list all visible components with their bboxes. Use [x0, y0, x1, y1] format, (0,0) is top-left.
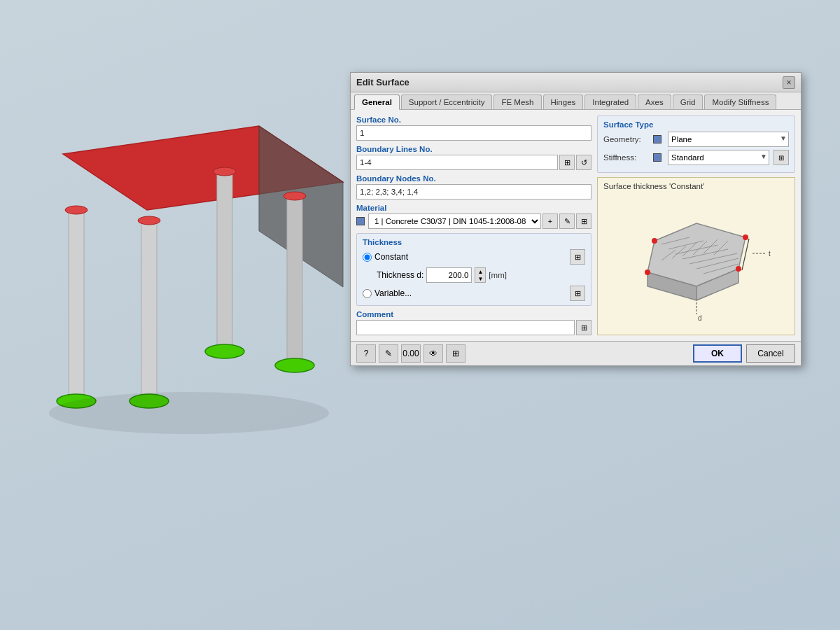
surface-type-section: Surface Type Geometry: Plane ▼ Stiffness…	[597, 115, 795, 173]
svg-point-8	[205, 344, 244, 358]
constant-row: Constant ⊞	[363, 249, 585, 265]
tab-bar: General Support / Eccentricity FE Mesh H…	[351, 92, 801, 110]
svg-rect-5	[287, 196, 302, 364]
boundary-lines-section: Boundary Lines No. ⊞ ↺	[356, 145, 592, 170]
variable-label: Variable...	[374, 288, 412, 298]
svg-text:d: d	[698, 314, 702, 322]
geometry-select[interactable]: Plane	[668, 132, 789, 147]
svg-rect-4	[217, 172, 232, 350]
svg-rect-3	[141, 220, 157, 399]
material-copy-btn[interactable]: ⊞	[576, 214, 592, 229]
comment-row: ⊞	[356, 320, 592, 335]
edit-btn[interactable]: ✎	[379, 344, 398, 363]
svg-text:t: t	[769, 250, 771, 258]
value-btn[interactable]: 0.00	[401, 344, 421, 363]
material-color-swatch	[356, 217, 365, 225]
boundary-nodes-label: Boundary Nodes No.	[356, 174, 592, 183]
tab-axes[interactable]: Axes	[638, 94, 671, 109]
tab-integrated[interactable]: Integrated	[584, 94, 636, 109]
tab-support-eccentricity[interactable]: Support / Eccentricity	[401, 94, 493, 109]
material-new-btn[interactable]: +	[542, 214, 558, 229]
material-select[interactable]: 1 | Concrete C30/37 | DIN 1045-1:2008-08	[368, 214, 541, 229]
stiffness-label: Stiffness:	[603, 153, 649, 162]
close-button[interactable]: ×	[783, 76, 795, 89]
toolbar-buttons: ? ✎ 0.00 👁 ⊞	[356, 344, 465, 363]
thickness-d-input[interactable]	[426, 267, 472, 283]
boundary-lines-label: Boundary Lines No.	[356, 145, 592, 153]
svg-rect-2	[69, 210, 84, 399]
variable-row: Variable... ⊞	[363, 286, 585, 301]
boundary-lines-select-btn[interactable]: ⊞	[559, 155, 575, 170]
thickness-d-row: Thickness d: ▲ ▼ [mm]	[377, 267, 585, 283]
boundary-lines-clear-btn[interactable]: ↺	[576, 155, 592, 170]
boundary-lines-row: ⊞ ↺	[356, 155, 592, 170]
svg-point-32	[743, 234, 748, 240]
svg-point-33	[736, 266, 741, 272]
stiffness-row: Stiffness: Standard ▼ ⊞	[603, 150, 789, 165]
constant-label: Constant	[374, 252, 408, 262]
stiffness-color-swatch	[653, 153, 662, 162]
geometry-color-swatch	[653, 135, 662, 144]
material-label: Material	[356, 204, 592, 212]
svg-point-10	[65, 206, 88, 214]
geometry-row: Geometry: Plane ▼	[603, 132, 789, 147]
comment-icon-btn[interactable]: ⊞	[576, 320, 592, 335]
stiffness-select-wrap: Standard ▼	[668, 150, 769, 165]
action-buttons: OK Cancel	[693, 344, 795, 363]
view-btn[interactable]: 👁	[424, 344, 443, 363]
thickness-unit: [mm]	[489, 271, 507, 279]
svg-point-31	[652, 238, 657, 244]
svg-point-14	[49, 392, 329, 434]
material-edit-btn[interactable]: ✎	[559, 214, 575, 229]
spin-down-btn[interactable]: ▼	[475, 275, 485, 282]
tab-hinges[interactable]: Hinges	[543, 94, 584, 109]
scene-3d	[21, 42, 371, 476]
preview-svg-wrap: t d	[603, 193, 789, 330]
surface-type-title: Surface Type	[603, 120, 789, 129]
svg-point-34	[645, 270, 650, 275]
svg-point-9	[275, 358, 314, 372]
spin-up-btn[interactable]: ▲	[475, 268, 485, 275]
tab-general[interactable]: General	[354, 94, 400, 110]
geometry-label: Geometry:	[603, 135, 649, 144]
stiffness-settings-btn[interactable]: ⊞	[774, 150, 789, 165]
dialog-body: Surface No. Boundary Lines No. ⊞ ↺ Bound…	[351, 110, 801, 341]
svg-point-13	[284, 192, 306, 200]
dialog-title: Edit Surface	[356, 77, 410, 88]
thickness-icon-btn[interactable]: ⊞	[570, 249, 585, 265]
thickness-title: Thickness	[363, 238, 585, 246]
thickness-section: Thickness Constant ⊞ Thickness d: ▲ ▼ [m…	[356, 233, 592, 306]
right-panel: Surface Type Geometry: Plane ▼ Stiffness…	[597, 115, 795, 335]
edit-surface-dialog: Edit Surface × General Support / Eccentr…	[350, 72, 802, 366]
cancel-button[interactable]: Cancel	[746, 344, 795, 363]
svg-point-12	[214, 167, 236, 176]
geometry-select-wrap: Plane ▼	[668, 132, 789, 147]
dialog-footer: ? ✎ 0.00 👁 ⊞ OK Cancel	[351, 341, 801, 365]
dialog-titlebar: Edit Surface ×	[351, 73, 801, 92]
surface-no-input[interactable]	[356, 125, 592, 141]
boundary-nodes-input[interactable]	[356, 184, 592, 200]
preview-section: Surface thickness 'Constant'	[597, 177, 795, 335]
constant-radio[interactable]	[363, 253, 372, 262]
variable-radio[interactable]	[363, 289, 372, 298]
comment-label: Comment	[356, 310, 592, 318]
boundary-nodes-section: Boundary Nodes No.	[356, 174, 592, 200]
tab-grid[interactable]: Grid	[673, 94, 704, 109]
export-btn[interactable]: ⊞	[446, 344, 465, 363]
comment-section: Comment ⊞	[356, 310, 592, 335]
thickness-spinner: ▲ ▼	[475, 267, 486, 283]
thickness-d-label: Thickness d:	[377, 270, 424, 280]
variable-icon-btn[interactable]: ⊞	[570, 286, 585, 301]
comment-select[interactable]	[356, 320, 575, 335]
help-btn[interactable]: ?	[356, 344, 376, 363]
surface-no-label: Surface No.	[356, 115, 592, 124]
left-panel: Surface No. Boundary Lines No. ⊞ ↺ Bound…	[356, 115, 592, 335]
tab-modify-stiffness[interactable]: Modify Stiffness	[704, 94, 776, 109]
tab-fe-mesh[interactable]: FE Mesh	[493, 94, 541, 109]
material-row: 1 | Concrete C30/37 | DIN 1045-1:2008-08…	[356, 214, 592, 229]
surface-no-section: Surface No.	[356, 115, 592, 141]
ok-button[interactable]: OK	[693, 344, 742, 363]
material-section: Material 1 | Concrete C30/37 | DIN 1045-…	[356, 204, 592, 229]
boundary-lines-input[interactable]	[356, 155, 558, 170]
stiffness-select[interactable]: Standard	[668, 150, 769, 165]
